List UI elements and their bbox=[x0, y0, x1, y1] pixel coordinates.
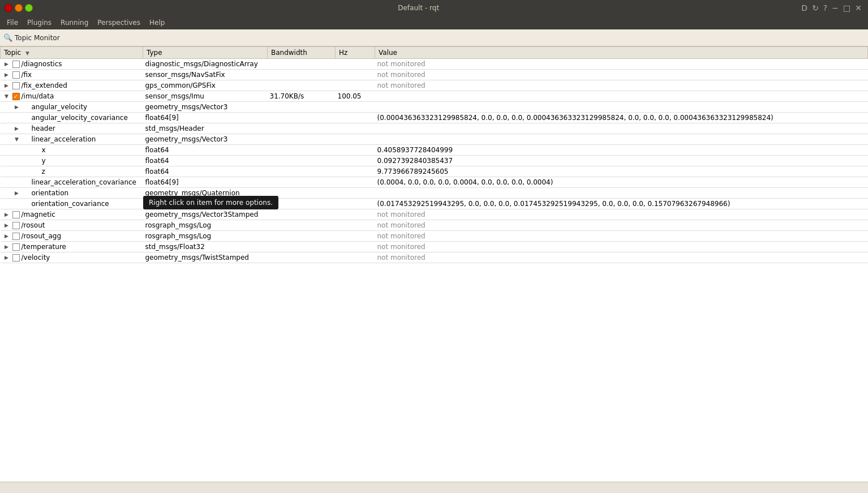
topic-type: rosgraph_msgs/Log bbox=[143, 231, 268, 242]
topic-value bbox=[375, 91, 868, 102]
topic-hz bbox=[336, 113, 375, 123]
table-row[interactable]: ▼linear_accelerationgeometry_msgs/Vector… bbox=[1, 134, 868, 145]
topic-hz bbox=[336, 156, 375, 166]
topic-name-label: header bbox=[32, 125, 55, 132]
topic-checkbox[interactable] bbox=[12, 254, 20, 261]
topic-value: (0.017453292519943295, 0.0, 0.0, 0.0, 0.… bbox=[375, 199, 868, 209]
topic-type: gps_common/GPSFix bbox=[143, 80, 268, 91]
table-row[interactable]: angular_velocity_covariancefloat64[9](0.… bbox=[1, 113, 868, 123]
topic-bandwidth bbox=[268, 59, 336, 70]
statusbar bbox=[0, 482, 868, 493]
table-row[interactable]: ▶/fixsensor_msgs/NavSatFixnot monitored bbox=[1, 70, 868, 80]
win-right-controls[interactable]: D ↻ ? − □ ✕ bbox=[800, 3, 863, 12]
table-row[interactable]: ▶headerstd_msgs/Header bbox=[1, 123, 868, 134]
topic-hz bbox=[336, 70, 375, 80]
window-close-icon[interactable]: ✕ bbox=[853, 3, 863, 12]
expand-button[interactable]: ▶ bbox=[13, 125, 21, 132]
col-header-topic[interactable]: Topic ▼ bbox=[1, 47, 143, 59]
maximize-button[interactable] bbox=[25, 4, 33, 12]
topic-name-label: /temperature bbox=[22, 243, 66, 251]
window-maximize-icon[interactable]: □ bbox=[841, 3, 852, 12]
expand-button[interactable]: ▶ bbox=[3, 221, 11, 229]
table-row[interactable]: ▶/magneticgeometry_msgs/Vector3Stampedno… bbox=[1, 209, 868, 220]
table-row[interactable]: ▶angular_velocitygeometry_msgs/Vector3 bbox=[1, 102, 868, 113]
topic-bandwidth bbox=[268, 156, 336, 166]
topic-bandwidth bbox=[268, 177, 336, 188]
dock-icon[interactable]: D bbox=[800, 3, 809, 12]
titlebar: Default - rqt D ↻ ? − □ ✕ bbox=[0, 0, 868, 16]
window-title: Default - rqt bbox=[37, 4, 800, 12]
topic-type: diagnostic_msgs/DiagnosticArray bbox=[143, 59, 268, 70]
table-row[interactable]: yfloat640.0927392840385437 bbox=[1, 156, 868, 166]
topic-hz: 100.05 bbox=[336, 91, 375, 102]
menu-running[interactable]: Running bbox=[56, 18, 93, 28]
expand-button[interactable]: ▶ bbox=[13, 103, 21, 111]
topic-value bbox=[375, 123, 868, 134]
col-header-hz[interactable]: Hz bbox=[336, 47, 375, 59]
expand-button[interactable]: ▶ bbox=[13, 189, 21, 197]
reload-icon[interactable]: ↻ bbox=[810, 3, 820, 12]
topic-checkbox[interactable] bbox=[12, 61, 20, 68]
table-row[interactable]: ▶orientationgeometry_msgs/Quaternion bbox=[1, 188, 868, 199]
topic-checkbox[interactable] bbox=[12, 233, 20, 240]
topic-bandwidth bbox=[268, 134, 336, 145]
expand-button[interactable]: ▶ bbox=[3, 71, 11, 79]
topic-name-label: /fix bbox=[22, 71, 32, 79]
topic-hz bbox=[336, 231, 375, 242]
topic-name-label: angular_velocity bbox=[32, 103, 88, 111]
menu-plugins[interactable]: Plugins bbox=[23, 18, 56, 28]
expand-button[interactable]: ▶ bbox=[3, 82, 11, 89]
topic-checkbox[interactable]: ✓ bbox=[12, 93, 20, 100]
table-row[interactable]: ▶/rosoutrosgraph_msgs/Lognot monitored bbox=[1, 220, 868, 231]
help-icon[interactable]: ? bbox=[822, 3, 829, 12]
close-button[interactable] bbox=[5, 4, 12, 12]
table-row[interactable]: ▶/fix_extendedgps_common/GPSFixnot monit… bbox=[1, 80, 868, 91]
table-row[interactable]: ▶/temperaturestd_msgs/Float32not monitor… bbox=[1, 242, 868, 252]
table-row[interactable]: linear_acceleration_covariancefloat64[9]… bbox=[1, 177, 868, 188]
window-controls[interactable] bbox=[5, 4, 33, 12]
topic-bandwidth bbox=[268, 80, 336, 91]
topic-name-label: /diagnostics bbox=[22, 60, 62, 68]
topic-checkbox[interactable] bbox=[12, 71, 20, 79]
table-row[interactable]: ▶/diagnosticsdiagnostic_msgs/DiagnosticA… bbox=[1, 59, 868, 70]
col-header-type[interactable]: Type bbox=[143, 47, 268, 59]
sort-topic-icon[interactable]: ▼ bbox=[25, 50, 29, 56]
expand-button[interactable]: ▶ bbox=[3, 254, 11, 261]
topic-checkbox[interactable] bbox=[12, 82, 20, 89]
table-row[interactable]: zfloat649.773966789245605 bbox=[1, 166, 868, 177]
topic-checkbox[interactable] bbox=[12, 211, 20, 218]
topic-hz bbox=[336, 102, 375, 113]
table-row[interactable]: ▶/velocitygeometry_msgs/TwistStampednot … bbox=[1, 252, 868, 263]
topic-value: not monitored bbox=[375, 209, 868, 220]
topic-hz bbox=[336, 252, 375, 263]
col-header-value[interactable]: Value bbox=[375, 47, 868, 59]
topic-checkbox[interactable] bbox=[12, 243, 20, 251]
expand-button[interactable]: ▶ bbox=[3, 60, 11, 68]
expand-button[interactable]: ▶ bbox=[3, 243, 11, 251]
table-row[interactable]: ▶/rosout_aggrosgraph_msgs/Lognot monitor… bbox=[1, 231, 868, 242]
topic-checkbox[interactable] bbox=[12, 222, 20, 229]
topic-table: Topic ▼ Type Bandwidth Hz Value ▶/diagno… bbox=[0, 46, 868, 263]
minimize-button[interactable] bbox=[15, 4, 23, 12]
topic-bandwidth bbox=[268, 102, 336, 113]
topic-hz bbox=[336, 209, 375, 220]
menu-perspectives[interactable]: Perspectives bbox=[93, 18, 145, 28]
menu-file[interactable]: File bbox=[2, 18, 23, 28]
expand-button[interactable]: ▶ bbox=[3, 232, 11, 240]
expand-button[interactable]: ▼ bbox=[13, 135, 21, 143]
table-row[interactable]: ▼✓/imu/datasensor_msgs/Imu31.70KB/s100.0… bbox=[1, 91, 868, 102]
table-row[interactable]: xfloat640.4058937728404999 bbox=[1, 145, 868, 156]
topic-value: not monitored bbox=[375, 231, 868, 242]
topic-hz bbox=[336, 177, 375, 188]
expand-button[interactable]: ▶ bbox=[3, 211, 11, 218]
topic-bandwidth bbox=[268, 123, 336, 134]
window-minimize-icon[interactable]: − bbox=[830, 3, 840, 12]
col-header-bandwidth[interactable]: Bandwidth bbox=[268, 47, 336, 59]
table-row[interactable]: orientation_covarianceflo(0.017453292519… bbox=[1, 199, 868, 209]
menu-help[interactable]: Help bbox=[145, 18, 169, 28]
topic-value: 0.0927392840385437 bbox=[375, 156, 868, 166]
topic-value: not monitored bbox=[375, 242, 868, 252]
topic-value: not monitored bbox=[375, 252, 868, 263]
expand-button[interactable]: ▼ bbox=[3, 92, 11, 100]
main-content[interactable]: Topic ▼ Type Bandwidth Hz Value ▶/diagno… bbox=[0, 46, 868, 482]
